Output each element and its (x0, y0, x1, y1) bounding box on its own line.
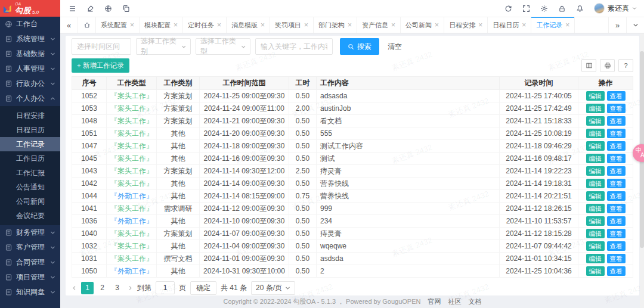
sidebar-subitem[interactable]: 工作汇报 (0, 166, 60, 180)
sidebar-subitem[interactable]: 会议纪要 (0, 209, 60, 223)
edit-button[interactable]: 编辑 (586, 241, 605, 251)
view-button[interactable]: 查看 (607, 104, 626, 114)
edit-button[interactable]: 编辑 (586, 179, 605, 189)
sidebar-subitem[interactable]: 公司新闻 (0, 194, 60, 209)
sidebar-item[interactable]: 项目管理 (0, 270, 60, 285)
tab-item[interactable]: 日程安排× (444, 17, 488, 33)
sidebar-subitem[interactable]: 工作日历 (0, 151, 60, 166)
copy-icon[interactable] (122, 5, 130, 13)
sidebar-subitem[interactable]: 公告通知 (0, 180, 60, 194)
collapse-tabs-icon[interactable]: « (60, 17, 78, 33)
sidebar-subitem[interactable]: 日程日历 (0, 123, 60, 137)
edit-button[interactable]: 编辑 (586, 166, 605, 176)
help-button[interactable]: ? (618, 59, 633, 72)
edit-button[interactable]: 编辑 (586, 254, 605, 264)
close-icon[interactable]: × (217, 21, 221, 29)
page-button[interactable]: 1 (81, 282, 94, 294)
columns-filter-button[interactable] (581, 59, 596, 72)
sidebar-item[interactable]: 客户管理 (0, 240, 60, 255)
user-menu[interactable]: 素还真 (594, 3, 637, 14)
tab-item[interactable]: 公司新闻× (401, 17, 444, 33)
view-button[interactable]: 查看 (607, 116, 626, 126)
per-page-select[interactable]: 20 条/页 (251, 281, 295, 295)
edit-button[interactable]: 编辑 (586, 266, 605, 276)
edit-button[interactable]: 编辑 (586, 116, 605, 126)
sidebar-item[interactable]: 合同管理 (0, 255, 60, 270)
tab-item[interactable]: 部门架构× (314, 17, 357, 33)
view-button[interactable]: 查看 (607, 141, 626, 151)
goto-confirm-button[interactable]: 确定 (190, 281, 216, 295)
footer-link-community[interactable]: 社区 (448, 297, 461, 306)
close-icon[interactable]: × (174, 21, 178, 29)
view-button[interactable]: 查看 (607, 129, 626, 139)
edit-button[interactable]: 编辑 (586, 91, 605, 101)
sidebar-item[interactable]: 基础数据 (0, 46, 60, 61)
bell-icon[interactable] (576, 5, 584, 13)
close-icon[interactable]: × (522, 21, 526, 29)
close-icon[interactable]: × (130, 21, 134, 29)
view-button[interactable]: 查看 (607, 154, 626, 164)
tab-item[interactable]: 工作记录× (531, 17, 575, 33)
view-button[interactable]: 查看 (607, 91, 626, 101)
next-page-icon[interactable] (128, 285, 133, 291)
page-button[interactable]: 2 (96, 282, 109, 294)
footer-link-official[interactable]: 官网 (428, 297, 441, 306)
clear-button[interactable]: 清空 (388, 42, 402, 52)
sidebar-item[interactable]: 人事管理 (0, 61, 60, 76)
brush-icon[interactable] (86, 5, 94, 13)
search-button[interactable]: 搜索 (340, 38, 379, 55)
close-icon[interactable]: × (261, 21, 265, 29)
view-button[interactable]: 查看 (607, 204, 626, 214)
keyword-input[interactable] (255, 38, 333, 55)
tab-item[interactable]: 资产信息× (357, 17, 401, 33)
edit-button[interactable]: 编辑 (586, 104, 605, 114)
edit-button[interactable]: 编辑 (586, 141, 605, 151)
close-icon[interactable]: × (478, 21, 482, 29)
work-type-select[interactable]: 选择工作类型 (196, 38, 250, 55)
globe-icon[interactable] (104, 5, 112, 13)
close-icon[interactable]: × (565, 21, 569, 29)
tab-item[interactable]: 奖罚项目× (270, 17, 314, 33)
gear-icon[interactable] (540, 5, 548, 13)
refresh-icon[interactable] (504, 5, 512, 13)
sidebar-item[interactable]: 个人办公 (0, 91, 60, 106)
page-button[interactable]: 3 (111, 282, 123, 294)
edit-button[interactable]: 编辑 (586, 204, 605, 214)
add-work-record-button[interactable]: + 新增工作记录 (72, 58, 129, 73)
edit-button[interactable]: 编辑 (586, 191, 605, 201)
view-button[interactable]: 查看 (607, 241, 626, 251)
close-icon[interactable]: × (391, 21, 395, 29)
export-button[interactable] (600, 59, 615, 72)
edit-button[interactable]: 编辑 (586, 216, 605, 226)
sidebar-subitem[interactable]: 日程安排 (0, 108, 60, 123)
tab-item[interactable]: 系统配置× (96, 17, 140, 33)
work-category-select[interactable]: 选择工作类别 (136, 38, 191, 55)
view-button[interactable]: 查看 (607, 191, 626, 201)
lock-icon[interactable] (558, 5, 566, 13)
view-button[interactable]: 查看 (607, 254, 626, 264)
app-logo[interactable]: OA 勾股 5.0 (0, 0, 60, 17)
vertical-scrollbar[interactable] (640, 33, 644, 308)
close-icon[interactable]: × (304, 21, 308, 29)
fullscreen-icon[interactable] (522, 5, 530, 13)
edit-button[interactable]: 编辑 (586, 229, 605, 239)
prev-page-icon[interactable] (72, 285, 77, 291)
sidebar-item[interactable]: 知识网盘 (0, 285, 60, 300)
tab-item[interactable]: 模块配置× (140, 17, 183, 33)
close-icon[interactable]: × (435, 21, 439, 29)
tab-item[interactable]: 定时任务× (183, 17, 227, 33)
view-button[interactable]: 查看 (607, 216, 626, 226)
sidebar-item[interactable]: 系统管理 (0, 32, 60, 46)
home-tab[interactable] (78, 17, 96, 33)
goto-page-input[interactable] (156, 281, 175, 294)
edit-button[interactable]: 编辑 (586, 129, 605, 139)
edit-button[interactable]: 编辑 (586, 154, 605, 164)
collapse-menu-icon[interactable] (69, 5, 76, 13)
view-button[interactable]: 查看 (607, 229, 626, 239)
tab-item[interactable]: 日程日历× (488, 17, 531, 33)
tab-item[interactable]: 消息模版× (227, 17, 270, 33)
sidebar-item[interactable]: 财务管理 (0, 225, 60, 240)
footer-link-docs[interactable]: 文档 (468, 297, 481, 306)
sidebar-item[interactable]: 工作台 (0, 17, 60, 32)
view-button[interactable]: 查看 (607, 179, 626, 189)
